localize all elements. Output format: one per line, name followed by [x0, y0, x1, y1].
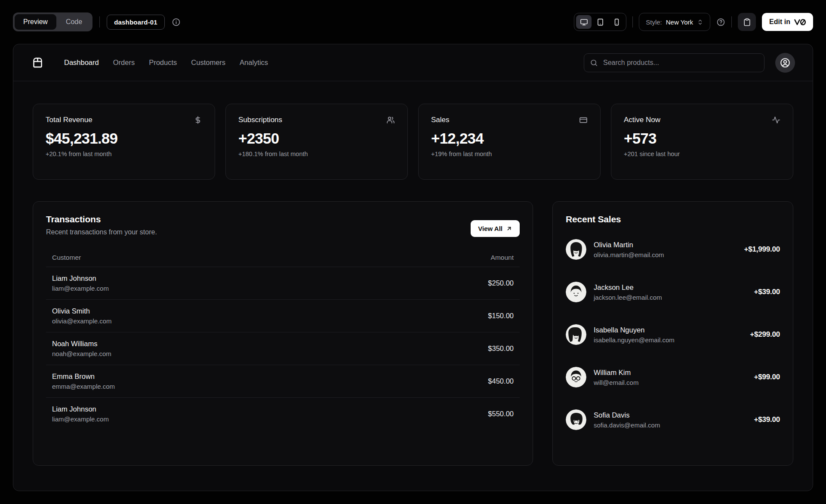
sale-customer-name: Olivia Martin: [594, 241, 664, 249]
user-circle-icon: [780, 57, 791, 68]
stat-value: $45,231.89: [46, 130, 202, 147]
toolbar-divider: [731, 16, 732, 28]
copy-code-button[interactable]: [738, 13, 756, 31]
nav-item-products[interactable]: Products: [149, 58, 177, 67]
sale-customer-name: Sofia Davis: [594, 411, 660, 419]
stat-change: +201 since last hour: [624, 151, 780, 157]
sale-customer-email: will@email.com: [594, 379, 638, 386]
store-logo-icon[interactable]: [31, 56, 44, 69]
transactions-title: Transactions: [46, 214, 157, 224]
sale-customer-name: Jackson Lee: [594, 283, 662, 292]
table-row: Olivia Smith olivia@example.com $150.00: [46, 300, 520, 332]
transaction-amount: $450.00: [361, 365, 520, 398]
tablet-view-button[interactable]: [592, 15, 608, 29]
customer-email: liam@example.com: [52, 285, 355, 292]
list-item: Isabella Nguyen isabella.nguyen@email.co…: [566, 324, 780, 345]
sale-customer-email: isabella.nguyen@email.com: [594, 336, 675, 344]
stat-title: Sales: [431, 116, 450, 124]
nav-item-analytics[interactable]: Analytics: [240, 58, 268, 67]
info-button[interactable]: [172, 18, 181, 27]
tab-code[interactable]: Code: [57, 14, 91, 30]
transactions-card: Transactions Recent transactions from yo…: [33, 201, 533, 466]
dashboard-preview-panel: Dashboard Orders Products Customers Anal…: [13, 44, 813, 491]
credit-card-icon: [579, 116, 588, 124]
edit-in-v0-label: Edit in: [769, 18, 790, 26]
stat-value: +12,234: [431, 130, 588, 147]
transaction-amount: $250.00: [361, 267, 520, 300]
tab-preview[interactable]: Preview: [15, 14, 56, 30]
help-button[interactable]: [716, 18, 725, 27]
search-icon: [590, 58, 598, 67]
style-select[interactable]: Style: New York: [639, 13, 710, 31]
sale-customer-email: olivia.martin@email.com: [594, 251, 664, 258]
stat-value: +573: [624, 130, 780, 147]
avatar: [566, 282, 586, 302]
column-header-amount: Amount: [361, 249, 520, 267]
customer-email: noah@example.com: [52, 350, 355, 357]
arrow-up-right-icon: [506, 225, 512, 232]
account-menu-button[interactable]: [775, 53, 795, 73]
sale-amount: +$39.00: [754, 415, 780, 424]
view-all-button[interactable]: View All: [471, 220, 520, 237]
nav-item-orders[interactable]: Orders: [113, 58, 135, 67]
sale-customer-name: William Kim: [594, 369, 638, 377]
sale-amount: +$39.00: [754, 288, 780, 296]
customer-email: olivia@example.com: [52, 317, 355, 325]
recent-sales-title: Recent Sales: [566, 214, 780, 224]
sale-customer-email: jackson.lee@email.com: [594, 294, 662, 301]
activity-icon: [772, 116, 780, 124]
stat-title: Active Now: [624, 116, 660, 124]
list-item: William Kim will@email.com +$99.00: [566, 367, 780, 387]
phone-view-button[interactable]: [609, 15, 624, 29]
clipboard-icon: [743, 18, 751, 26]
style-select-label: Style:: [646, 18, 662, 26]
list-item: Jackson Lee jackson.lee@email.com +$39.0…: [566, 282, 780, 302]
list-item: Sofia Davis sofia.davis@email.com +$39.0…: [566, 409, 780, 430]
avatar: [566, 409, 586, 430]
sale-amount: +$99.00: [754, 373, 780, 381]
sale-customer-email: sofia.davis@email.com: [594, 421, 660, 429]
info-icon: [172, 18, 181, 27]
transaction-amount: $350.00: [361, 332, 520, 365]
search-input[interactable]: [584, 53, 764, 72]
tablet-icon: [596, 18, 604, 26]
users-icon: [386, 116, 395, 124]
stat-card-total-revenue: Total Revenue $45,231.89 +20.1% from las…: [33, 104, 215, 180]
column-header-customer: Customer: [46, 249, 361, 267]
sale-amount: +$1,999.00: [744, 245, 780, 254]
customer-name: Liam Johnson: [52, 274, 355, 283]
stat-title: Subscriptions: [238, 116, 282, 124]
stat-value: +2350: [238, 130, 395, 147]
customer-name: Noah Williams: [52, 340, 355, 348]
stats-row: Total Revenue $45,231.89 +20.1% from las…: [33, 104, 793, 180]
stat-change: +19% from last month: [431, 151, 588, 157]
stat-change: +180.1% from last month: [238, 151, 395, 157]
nav-links: Dashboard Orders Products Customers Anal…: [64, 58, 268, 67]
view-all-label: View All: [478, 225, 502, 232]
customer-name: Olivia Smith: [52, 307, 355, 315]
preview-toolbar: Preview Code dashboard-01: [0, 0, 826, 44]
avatar: [566, 239, 586, 260]
search-container: [584, 53, 764, 72]
table-row: Emma Brown emma@example.com $450.00: [46, 365, 520, 398]
dashboard-content: Total Revenue $45,231.89 +20.1% from las…: [13, 81, 813, 466]
stat-change: +20.1% from last month: [46, 151, 202, 157]
help-circle-icon: [716, 18, 725, 27]
table-row: Liam Johnson liam@example.com $250.00: [46, 267, 520, 300]
transactions-description: Recent transactions from your store.: [46, 228, 157, 236]
v0-logo-icon: [794, 19, 806, 25]
stat-title: Total Revenue: [46, 116, 92, 124]
dashboard-nav: Dashboard Orders Products Customers Anal…: [13, 44, 813, 81]
view-mode-toggle: Preview Code: [13, 12, 92, 31]
recent-sales-list: Olivia Martin olivia.martin@email.com +$…: [566, 239, 780, 430]
customer-email: emma@example.com: [52, 383, 355, 390]
desktop-view-button[interactable]: [576, 15, 592, 29]
stat-card-active-now: Active Now +573 +201 since last hour: [611, 104, 793, 180]
nav-item-customers[interactable]: Customers: [191, 58, 225, 67]
nav-item-dashboard[interactable]: Dashboard: [64, 58, 99, 67]
transaction-amount: $150.00: [361, 300, 520, 332]
edit-in-v0-button[interactable]: Edit in: [762, 13, 813, 31]
sale-amount: +$299.00: [750, 330, 780, 339]
phone-icon: [613, 18, 621, 26]
chevrons-up-down-icon: [697, 19, 703, 25]
